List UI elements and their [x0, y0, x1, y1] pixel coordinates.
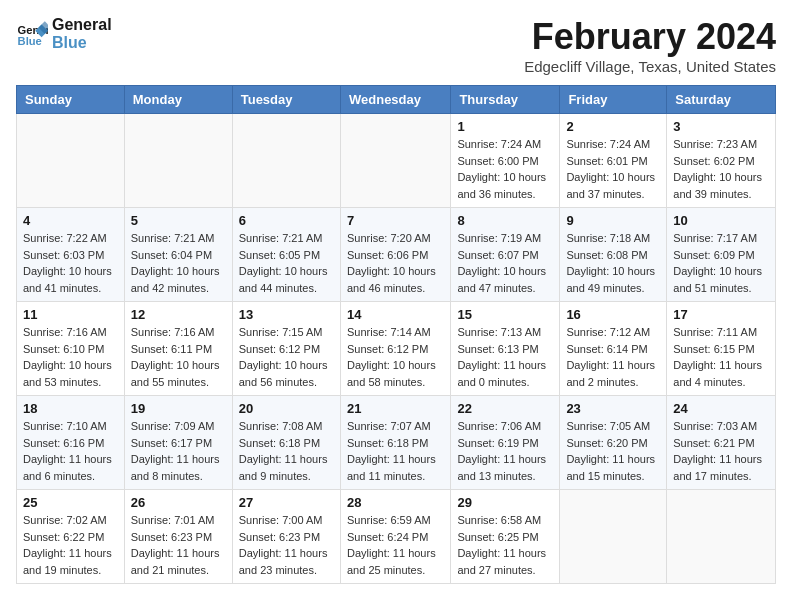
title-block: February 2024 Edgecliff Village, Texas, …	[524, 16, 776, 75]
day-info: Sunrise: 6:59 AM Sunset: 6:24 PM Dayligh…	[347, 512, 444, 578]
calendar-cell: 12Sunrise: 7:16 AM Sunset: 6:11 PM Dayli…	[124, 302, 232, 396]
weekday-header-row: SundayMondayTuesdayWednesdayThursdayFrid…	[17, 86, 776, 114]
week-row-3: 11Sunrise: 7:16 AM Sunset: 6:10 PM Dayli…	[17, 302, 776, 396]
day-number: 1	[457, 119, 553, 134]
day-number: 9	[566, 213, 660, 228]
calendar-cell: 13Sunrise: 7:15 AM Sunset: 6:12 PM Dayli…	[232, 302, 340, 396]
day-info: Sunrise: 7:16 AM Sunset: 6:10 PM Dayligh…	[23, 324, 118, 390]
calendar-cell: 23Sunrise: 7:05 AM Sunset: 6:20 PM Dayli…	[560, 396, 667, 490]
logo: General Blue General Blue	[16, 16, 112, 51]
day-info: Sunrise: 7:17 AM Sunset: 6:09 PM Dayligh…	[673, 230, 769, 296]
day-info: Sunrise: 7:24 AM Sunset: 6:00 PM Dayligh…	[457, 136, 553, 202]
calendar-cell: 27Sunrise: 7:00 AM Sunset: 6:23 PM Dayli…	[232, 490, 340, 584]
day-number: 11	[23, 307, 118, 322]
calendar-cell: 7Sunrise: 7:20 AM Sunset: 6:06 PM Daylig…	[340, 208, 450, 302]
day-info: Sunrise: 7:01 AM Sunset: 6:23 PM Dayligh…	[131, 512, 226, 578]
calendar-cell: 6Sunrise: 7:21 AM Sunset: 6:05 PM Daylig…	[232, 208, 340, 302]
day-number: 14	[347, 307, 444, 322]
logo-general: General	[52, 16, 112, 34]
day-number: 13	[239, 307, 334, 322]
calendar-cell: 2Sunrise: 7:24 AM Sunset: 6:01 PM Daylig…	[560, 114, 667, 208]
day-info: Sunrise: 7:13 AM Sunset: 6:13 PM Dayligh…	[457, 324, 553, 390]
day-number: 15	[457, 307, 553, 322]
weekday-header-friday: Friday	[560, 86, 667, 114]
day-number: 4	[23, 213, 118, 228]
day-number: 10	[673, 213, 769, 228]
day-info: Sunrise: 7:22 AM Sunset: 6:03 PM Dayligh…	[23, 230, 118, 296]
calendar-cell: 25Sunrise: 7:02 AM Sunset: 6:22 PM Dayli…	[17, 490, 125, 584]
weekday-header-saturday: Saturday	[667, 86, 776, 114]
day-number: 16	[566, 307, 660, 322]
day-info: Sunrise: 7:15 AM Sunset: 6:12 PM Dayligh…	[239, 324, 334, 390]
location-text: Edgecliff Village, Texas, United States	[524, 58, 776, 75]
day-info: Sunrise: 7:20 AM Sunset: 6:06 PM Dayligh…	[347, 230, 444, 296]
day-info: Sunrise: 7:23 AM Sunset: 6:02 PM Dayligh…	[673, 136, 769, 202]
day-info: Sunrise: 7:16 AM Sunset: 6:11 PM Dayligh…	[131, 324, 226, 390]
calendar-table: SundayMondayTuesdayWednesdayThursdayFrid…	[16, 85, 776, 584]
calendar-cell: 22Sunrise: 7:06 AM Sunset: 6:19 PM Dayli…	[451, 396, 560, 490]
weekday-header-tuesday: Tuesday	[232, 86, 340, 114]
calendar-cell	[124, 114, 232, 208]
calendar-cell	[232, 114, 340, 208]
calendar-cell: 29Sunrise: 6:58 AM Sunset: 6:25 PM Dayli…	[451, 490, 560, 584]
weekday-header-sunday: Sunday	[17, 86, 125, 114]
day-info: Sunrise: 7:19 AM Sunset: 6:07 PM Dayligh…	[457, 230, 553, 296]
calendar-cell: 14Sunrise: 7:14 AM Sunset: 6:12 PM Dayli…	[340, 302, 450, 396]
day-number: 12	[131, 307, 226, 322]
calendar-cell	[17, 114, 125, 208]
day-number: 26	[131, 495, 226, 510]
svg-text:Blue: Blue	[18, 35, 42, 47]
day-info: Sunrise: 6:58 AM Sunset: 6:25 PM Dayligh…	[457, 512, 553, 578]
day-info: Sunrise: 7:03 AM Sunset: 6:21 PM Dayligh…	[673, 418, 769, 484]
calendar-cell: 4Sunrise: 7:22 AM Sunset: 6:03 PM Daylig…	[17, 208, 125, 302]
calendar-cell: 8Sunrise: 7:19 AM Sunset: 6:07 PM Daylig…	[451, 208, 560, 302]
calendar-cell: 3Sunrise: 7:23 AM Sunset: 6:02 PM Daylig…	[667, 114, 776, 208]
calendar-cell: 19Sunrise: 7:09 AM Sunset: 6:17 PM Dayli…	[124, 396, 232, 490]
day-number: 6	[239, 213, 334, 228]
day-number: 7	[347, 213, 444, 228]
calendar-cell: 20Sunrise: 7:08 AM Sunset: 6:18 PM Dayli…	[232, 396, 340, 490]
calendar-cell: 9Sunrise: 7:18 AM Sunset: 6:08 PM Daylig…	[560, 208, 667, 302]
day-number: 29	[457, 495, 553, 510]
calendar-cell	[667, 490, 776, 584]
month-title: February 2024	[524, 16, 776, 58]
day-number: 28	[347, 495, 444, 510]
day-number: 25	[23, 495, 118, 510]
day-info: Sunrise: 7:07 AM Sunset: 6:18 PM Dayligh…	[347, 418, 444, 484]
weekday-header-wednesday: Wednesday	[340, 86, 450, 114]
calendar-cell	[560, 490, 667, 584]
day-number: 22	[457, 401, 553, 416]
calendar-cell: 18Sunrise: 7:10 AM Sunset: 6:16 PM Dayli…	[17, 396, 125, 490]
day-info: Sunrise: 7:08 AM Sunset: 6:18 PM Dayligh…	[239, 418, 334, 484]
calendar-cell: 5Sunrise: 7:21 AM Sunset: 6:04 PM Daylig…	[124, 208, 232, 302]
day-info: Sunrise: 7:21 AM Sunset: 6:05 PM Dayligh…	[239, 230, 334, 296]
weekday-header-thursday: Thursday	[451, 86, 560, 114]
calendar-cell: 10Sunrise: 7:17 AM Sunset: 6:09 PM Dayli…	[667, 208, 776, 302]
week-row-2: 4Sunrise: 7:22 AM Sunset: 6:03 PM Daylig…	[17, 208, 776, 302]
page-header: General Blue General Blue February 2024 …	[16, 16, 776, 75]
day-number: 18	[23, 401, 118, 416]
day-info: Sunrise: 7:09 AM Sunset: 6:17 PM Dayligh…	[131, 418, 226, 484]
day-info: Sunrise: 7:05 AM Sunset: 6:20 PM Dayligh…	[566, 418, 660, 484]
day-info: Sunrise: 7:11 AM Sunset: 6:15 PM Dayligh…	[673, 324, 769, 390]
calendar-cell	[340, 114, 450, 208]
day-info: Sunrise: 7:14 AM Sunset: 6:12 PM Dayligh…	[347, 324, 444, 390]
calendar-cell: 24Sunrise: 7:03 AM Sunset: 6:21 PM Dayli…	[667, 396, 776, 490]
day-number: 27	[239, 495, 334, 510]
day-info: Sunrise: 7:00 AM Sunset: 6:23 PM Dayligh…	[239, 512, 334, 578]
day-info: Sunrise: 7:02 AM Sunset: 6:22 PM Dayligh…	[23, 512, 118, 578]
day-number: 24	[673, 401, 769, 416]
calendar-cell: 1Sunrise: 7:24 AM Sunset: 6:00 PM Daylig…	[451, 114, 560, 208]
day-number: 2	[566, 119, 660, 134]
calendar-cell: 17Sunrise: 7:11 AM Sunset: 6:15 PM Dayli…	[667, 302, 776, 396]
day-info: Sunrise: 7:18 AM Sunset: 6:08 PM Dayligh…	[566, 230, 660, 296]
day-number: 5	[131, 213, 226, 228]
day-info: Sunrise: 7:21 AM Sunset: 6:04 PM Dayligh…	[131, 230, 226, 296]
day-info: Sunrise: 7:24 AM Sunset: 6:01 PM Dayligh…	[566, 136, 660, 202]
calendar-cell: 11Sunrise: 7:16 AM Sunset: 6:10 PM Dayli…	[17, 302, 125, 396]
calendar-cell: 21Sunrise: 7:07 AM Sunset: 6:18 PM Dayli…	[340, 396, 450, 490]
weekday-header-monday: Monday	[124, 86, 232, 114]
calendar-cell: 28Sunrise: 6:59 AM Sunset: 6:24 PM Dayli…	[340, 490, 450, 584]
day-info: Sunrise: 7:12 AM Sunset: 6:14 PM Dayligh…	[566, 324, 660, 390]
week-row-4: 18Sunrise: 7:10 AM Sunset: 6:16 PM Dayli…	[17, 396, 776, 490]
